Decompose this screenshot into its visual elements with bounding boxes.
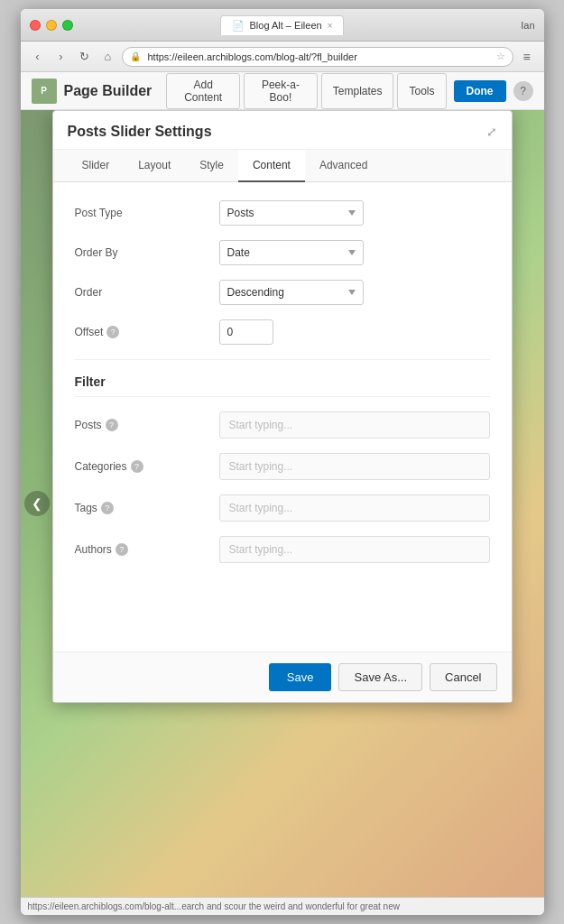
filter-tags-label: Tags ? xyxy=(75,502,219,514)
status-bar: https://eileen.archiblogs.com/blog-alt..… xyxy=(21,897,544,915)
modal-tabs: Slider Layout Style Content Advanced xyxy=(53,150,512,182)
address-text: https://eileen.archiblogs.com/blog-alt/?… xyxy=(148,51,357,62)
browser-tab[interactable]: 📄 Blog Alt – Eileen × xyxy=(220,15,345,35)
tags-help-icon[interactable]: ? xyxy=(101,502,114,514)
tab-advanced[interactable]: Advanced xyxy=(305,150,382,182)
tab-content[interactable]: Content xyxy=(238,150,305,182)
filter-posts-control xyxy=(219,411,490,439)
order-select[interactable]: Descending Ascending xyxy=(219,280,364,305)
address-bar[interactable]: 🔒 https://eileen.archiblogs.com/blog-alt… xyxy=(122,47,513,67)
browser-menu-icon[interactable]: ≡ xyxy=(517,47,537,67)
post-type-label: Post Type xyxy=(75,207,219,219)
filter-section-title: Filter xyxy=(75,374,490,389)
modal-title: Posts Slider Settings xyxy=(68,124,212,140)
offset-control xyxy=(219,319,490,345)
close-button[interactable] xyxy=(30,20,41,31)
order-label: Order xyxy=(75,286,219,299)
browser-window: 📄 Blog Alt – Eileen × Ian ‹ › ↻ ⌂ 🔒 http… xyxy=(21,9,544,915)
authors-filter-input[interactable] xyxy=(219,536,490,563)
browser-titlebar: 📄 Blog Alt – Eileen × Ian xyxy=(21,9,544,42)
tab-layout[interactable]: Layout xyxy=(124,150,185,182)
cancel-button[interactable]: Cancel xyxy=(430,663,496,691)
filter-categories-label: Categories ? xyxy=(75,460,219,473)
posts-help-icon[interactable]: ? xyxy=(106,419,118,431)
authors-help-icon[interactable]: ? xyxy=(116,543,128,556)
categories-filter-input[interactable] xyxy=(219,453,490,480)
bookmark-icon[interactable]: ☆ xyxy=(496,51,505,62)
tab-slider[interactable]: Slider xyxy=(68,150,125,182)
tab-icon: 📄 xyxy=(232,20,245,32)
pb-help-button[interactable]: ? xyxy=(513,81,533,101)
lock-icon: 🔒 xyxy=(130,51,141,61)
user-label: Ian xyxy=(521,20,534,31)
pb-avatar: P xyxy=(32,79,57,104)
tab-style[interactable]: Style xyxy=(185,150,238,182)
filter-tags-row: Tags ? xyxy=(75,494,490,522)
categories-help-icon[interactable]: ? xyxy=(131,460,143,473)
offset-input[interactable] xyxy=(219,319,273,345)
page-content-background: ❮ Posts Slider Settings ⤢ Slider Layout … xyxy=(21,110,544,897)
reload-button[interactable]: ↻ xyxy=(75,47,95,67)
save-button[interactable]: Save xyxy=(269,663,332,691)
offset-row: Offset ? xyxy=(75,319,490,345)
filter-categories-row: Categories ? xyxy=(75,453,490,480)
pb-nav-buttons: Add Content Peek-a-Boo! Templates Tools xyxy=(166,73,446,109)
order-by-row: Order By Date Title Menu Order Random xyxy=(75,240,490,265)
modal-overlay: Posts Slider Settings ⤢ Slider Layout St… xyxy=(21,110,544,897)
tags-filter-input[interactable] xyxy=(219,494,490,522)
post-type-row: Post Type Posts Pages Custom xyxy=(75,200,490,226)
modal-expand-button[interactable]: ⤢ xyxy=(486,125,497,139)
offset-help-icon[interactable]: ? xyxy=(106,326,119,338)
order-control: Descending Ascending xyxy=(219,280,490,305)
status-text: https://eileen.archiblogs.com/blog-alt..… xyxy=(28,901,400,911)
order-by-control: Date Title Menu Order Random xyxy=(219,240,490,265)
modal-body: Post Type Posts Pages Custom xyxy=(53,182,512,651)
tab-title: Blog Alt – Eileen xyxy=(250,20,322,31)
page-builder-bar: P Page Builder Add Content Peek-a-Boo! T… xyxy=(21,72,544,110)
section-divider xyxy=(75,359,490,360)
browser-controls xyxy=(30,20,73,31)
add-content-button[interactable]: Add Content xyxy=(166,73,240,109)
done-button[interactable]: Done xyxy=(454,80,506,102)
pb-title: Page Builder xyxy=(64,83,153,99)
posts-filter-input[interactable] xyxy=(219,411,490,439)
home-button[interactable]: ⌂ xyxy=(98,47,118,67)
order-by-select[interactable]: Date Title Menu Order Random xyxy=(219,240,364,265)
minimize-button[interactable] xyxy=(46,20,57,31)
filter-posts-label: Posts ? xyxy=(75,419,219,431)
browser-toolbar: ‹ › ↻ ⌂ 🔒 https://eileen.archiblogs.com/… xyxy=(21,42,544,72)
tools-button[interactable]: Tools xyxy=(397,73,446,109)
forward-button[interactable]: › xyxy=(51,47,71,67)
filter-authors-row: Authors ? xyxy=(75,536,490,563)
peek-a-boo-button[interactable]: Peek-a-Boo! xyxy=(244,73,318,109)
post-type-select[interactable]: Posts Pages Custom xyxy=(219,200,364,226)
offset-label: Offset ? xyxy=(75,326,219,338)
filter-authors-control xyxy=(219,536,490,563)
post-type-control: Posts Pages Custom xyxy=(219,200,490,226)
filter-tags-control xyxy=(219,494,490,522)
tab-close-icon[interactable]: × xyxy=(328,21,333,31)
order-row: Order Descending Ascending xyxy=(75,280,490,305)
order-by-label: Order By xyxy=(75,246,219,259)
filter-posts-row: Posts ? xyxy=(75,411,490,439)
posts-slider-modal: Posts Slider Settings ⤢ Slider Layout St… xyxy=(52,110,513,703)
maximize-button[interactable] xyxy=(62,20,73,31)
save-as-button[interactable]: Save As... xyxy=(338,663,422,691)
modal-header: Posts Slider Settings ⤢ xyxy=(53,111,512,150)
templates-button[interactable]: Templates xyxy=(321,73,394,109)
filter-divider xyxy=(75,396,490,397)
filter-categories-control xyxy=(219,453,490,480)
filter-authors-label: Authors ? xyxy=(75,543,219,556)
back-button[interactable]: ‹ xyxy=(28,47,48,67)
modal-footer: Save Save As... Cancel xyxy=(53,651,512,702)
